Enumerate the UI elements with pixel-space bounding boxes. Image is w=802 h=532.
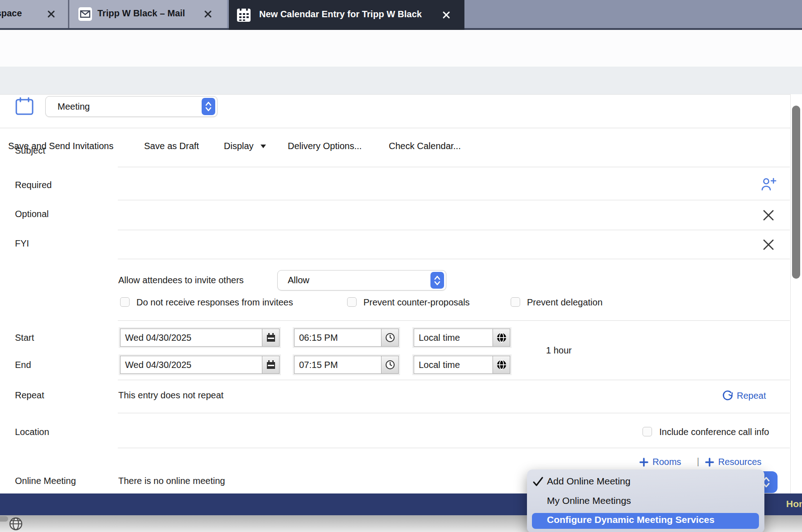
tab-bar: Workspace Tripp W Black – Mail — [0, 0, 802, 30]
online-meeting-value: There is no online meeting — [118, 474, 225, 487]
repeat-label: Repeat — [15, 389, 44, 401]
start-label: Start — [15, 331, 34, 344]
close-icon[interactable] — [203, 10, 213, 20]
start-timezone-button[interactable] — [493, 329, 510, 347]
clear-optional-icon[interactable] — [762, 209, 775, 223]
location-input[interactable] — [118, 419, 630, 446]
fyi-label: FYI — [15, 237, 29, 250]
end-time-input[interactable]: 07:15 PM — [294, 356, 382, 374]
prevent-delegation-checkbox[interactable] — [511, 297, 520, 307]
prevent-delegation-label: Prevent delegation — [527, 296, 603, 309]
clock-icon — [385, 332, 396, 343]
select-stepper-icon — [430, 272, 444, 289]
calendar-icon — [237, 7, 251, 24]
subject-input[interactable] — [118, 144, 790, 167]
add-rooms-link[interactable]: Rooms — [652, 455, 681, 468]
close-icon[interactable] — [442, 10, 451, 21]
online-meeting-label: Online Meeting — [15, 474, 76, 487]
add-resources-link[interactable]: Resources — [718, 455, 762, 468]
start-time-field: 06:15 PM — [293, 327, 400, 348]
repeat-link[interactable]: Repeat — [737, 389, 766, 402]
end-timezone-field: Local time — [412, 354, 512, 375]
add-person-icon[interactable] — [760, 176, 777, 195]
required-attendees-input[interactable] — [118, 174, 752, 200]
tab-mail-label: Tripp W Black – Mail — [97, 8, 185, 19]
invite-others-label: Allow attendees to invite others — [118, 274, 244, 286]
link-divider: | — [697, 455, 699, 468]
subject-label: Subject — [15, 144, 45, 157]
no-responses-label: Do not receive responses from invitees — [136, 296, 293, 309]
prevent-counter-label: Prevent counter-proposals — [363, 296, 470, 309]
end-date-field: Wed 04/30/2025 — [119, 354, 281, 375]
invite-others-value: Allow — [278, 275, 430, 285]
required-label: Required — [15, 179, 52, 191]
end-date-input[interactable]: Wed 04/30/2025 — [120, 356, 262, 374]
entry-type-select[interactable]: Meeting — [45, 96, 217, 117]
plus-icon[interactable] — [639, 458, 648, 469]
prevent-counter-checkbox[interactable] — [347, 297, 357, 307]
mail-icon — [78, 7, 92, 23]
action-bar: Save and Send Invitations Save as Draft … — [0, 67, 802, 95]
end-date-picker-button[interactable] — [262, 356, 280, 374]
menu-item-my-online-meetings[interactable]: My Online Meetings — [547, 494, 631, 507]
calendar-icon — [266, 359, 276, 370]
close-icon[interactable] — [47, 10, 56, 20]
plus-icon[interactable] — [705, 458, 714, 469]
calendar-entry-icon — [15, 96, 34, 118]
tab-workspace[interactable]: Workspace — [0, 0, 68, 28]
start-date-field: Wed 04/30/2025 — [119, 327, 281, 348]
end-timezone-value[interactable]: Local time — [414, 356, 493, 374]
start-timezone-field: Local time — [412, 327, 512, 348]
vertical-scrollbar-thumb[interactable] — [792, 106, 800, 279]
status-stub — [0, 516, 8, 522]
invite-others-select[interactable]: Allow — [277, 270, 446, 290]
tab-mail[interactable]: Tripp W Black – Mail — [69, 0, 227, 28]
tab-workspace-label: Workspace — [0, 8, 22, 19]
tab-new-calendar-entry[interactable]: New Calendar Entry for Tripp W Black — [229, 0, 464, 30]
menu-item-add-online-meeting[interactable]: Add Online Meeting — [547, 475, 630, 488]
format-toolbar: b i u A — [0, 30, 802, 67]
start-time-input[interactable]: 06:15 PM — [294, 329, 382, 347]
optional-label: Optional — [15, 208, 49, 220]
globe-icon — [496, 332, 507, 343]
end-time-field: 07:15 PM — [293, 354, 400, 375]
start-time-picker-button[interactable] — [382, 329, 399, 347]
duration-text: 1 hour — [546, 344, 572, 357]
repeat-value: This entry does not repeat — [118, 389, 223, 401]
repeat-icon[interactable] — [721, 390, 734, 404]
clear-fyi-icon[interactable] — [762, 238, 775, 253]
menu-item-configure-dms[interactable]: Configure Dynamic Meeting Services — [532, 513, 759, 529]
end-timezone-button[interactable] — [493, 356, 510, 374]
no-responses-checkbox[interactable] — [120, 297, 130, 307]
optional-attendees-input[interactable] — [118, 204, 752, 229]
location-label: Location — [15, 426, 49, 438]
start-timezone-value[interactable]: Local time — [414, 329, 493, 347]
end-time-picker-button[interactable] — [382, 356, 399, 374]
clock-icon — [385, 359, 396, 370]
start-date-picker-button[interactable] — [262, 329, 280, 347]
app-window: Workspace Tripp W Black – Mail — [0, 0, 802, 532]
calendar-icon — [266, 332, 276, 343]
globe-icon — [496, 359, 507, 370]
entry-type-value: Meeting — [46, 102, 202, 112]
home-link[interactable]: Home — [786, 498, 802, 509]
fyi-attendees-input[interactable] — [118, 233, 752, 259]
tab-calendar-label: New Calendar Entry for Tripp W Black — [259, 9, 422, 19]
end-label: End — [15, 358, 31, 371]
checkmark-icon — [532, 476, 544, 489]
network-globe-icon[interactable] — [9, 517, 24, 532]
select-stepper-icon — [202, 98, 215, 115]
conference-call-label: Include conference call info — [659, 426, 769, 438]
start-date-input[interactable]: Wed 04/30/2025 — [120, 329, 262, 347]
conference-call-checkbox[interactable] — [643, 427, 652, 436]
online-meeting-menu: Add Online Meeting My Online Meetings Co… — [527, 469, 764, 532]
